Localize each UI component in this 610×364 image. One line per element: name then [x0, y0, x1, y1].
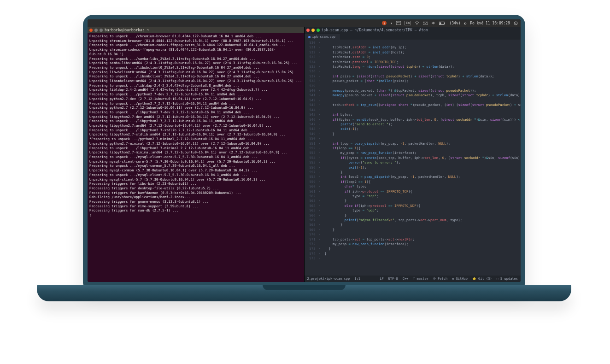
close-icon[interactable]: [89, 29, 93, 32]
git-icon: ⭐: [472, 277, 478, 281]
editor-window: ipk-scan.cpp — ~/Dokumenty/4.semester/IP…: [305, 27, 521, 282]
volume-icon[interactable]: [431, 21, 435, 25]
laptop-hinge-notch: [263, 285, 346, 290]
svg-rect-1: [397, 22, 398, 23]
svg-rect-0: [396, 21, 401, 25]
maximize-icon[interactable]: [100, 29, 103, 32]
status-path[interactable]: 2.projekt/ipk-scan.cpp: [307, 277, 350, 281]
status-fetch[interactable]: ⟳ Fetch: [433, 277, 447, 281]
keyboard-icon[interactable]: [396, 21, 401, 25]
svg-rect-8: [440, 22, 441, 24]
code-area[interactable]: 530 531 532 533 534 535 536 537 538 539 …: [305, 40, 521, 276]
dropdown-icon[interactable]: ▾: [390, 21, 393, 25]
tab-label: ipk-scan.cpp: [312, 35, 336, 39]
status-github[interactable]: ◉ GitHub: [452, 277, 468, 281]
maximize-icon[interactable]: [317, 29, 320, 32]
laptop-base: [37, 285, 571, 301]
top-statusbar: 1 ▾ En (34%) ◐ Po kvě 11 16:09:29: [88, 19, 521, 27]
indicator-badge-icon[interactable]: 1: [382, 21, 387, 25]
editor-titlebar[interactable]: ipk-scan.cpp — ~/Dokumenty/4.semester/IP…: [305, 27, 521, 33]
desktop-screen: 1 ▾ En (34%) ◐ Po kvě 11 16:09:29: [88, 19, 521, 282]
status-language[interactable]: C++: [403, 277, 409, 281]
status-branch[interactable]: ᛘ master: [413, 277, 428, 281]
svg-point-4: [417, 24, 418, 25]
svg-rect-7: [444, 23, 445, 24]
status-encoding[interactable]: UTF-8: [388, 277, 398, 281]
laptop-frame: 1 ▾ En (34%) ◐ Po kvě 11 16:09:29: [83, 15, 525, 287]
wifi-icon[interactable]: [415, 21, 419, 25]
terminal-titlebar[interactable]: barborka@barborka: ~: [88, 27, 304, 33]
terminal-body[interactable]: Preparing to unpack .../chromium-browser…: [88, 33, 304, 282]
minimize-icon[interactable]: [94, 29, 98, 32]
close-icon[interactable]: [306, 29, 310, 32]
line-number-gutter: 530 531 532 533 534 535 536 537 538 539 …: [305, 40, 318, 276]
modified-dot-icon: [308, 36, 311, 38]
fold-column[interactable]: · · · · · · · · · · · · · · · · · · · · …: [318, 40, 324, 276]
package-icon: ⬚: [497, 277, 500, 281]
status-cursor-pos[interactable]: 1:1: [354, 277, 360, 281]
mail-icon[interactable]: [423, 22, 428, 25]
tab-file[interactable]: ipk-scan.cpp: [305, 34, 340, 40]
brightness-icon[interactable]: ◐: [464, 21, 466, 25]
status-git[interactable]: ⭐ Git (3): [472, 277, 492, 281]
svg-rect-2: [398, 22, 399, 23]
editor-title: ipk-scan.cpp — ~/Dokumenty/4.semester/IP…: [322, 28, 428, 32]
status-line-ending[interactable]: LF: [380, 277, 383, 281]
gear-icon[interactable]: [514, 21, 518, 25]
battery-icon[interactable]: [439, 22, 446, 25]
battery-text: (34%): [449, 21, 460, 25]
language-indicator[interactable]: En: [405, 21, 411, 25]
tab-bar: ipk-scan.cpp: [305, 33, 521, 40]
minimize-icon[interactable]: [311, 29, 315, 32]
svg-rect-3: [399, 22, 399, 23]
github-icon: ◉: [452, 277, 456, 281]
editor-statusbar: 2.projekt/ipk-scan.cpp 1:1 LF UTF-8 C++ …: [305, 276, 521, 282]
clock-text[interactable]: Po kvě 11 16:09:29: [470, 21, 510, 25]
status-updates[interactable]: ⬚ 5 updates: [497, 277, 518, 281]
branch-icon: ᛘ: [413, 277, 416, 281]
terminal-title: barborka@barborka: ~: [105, 28, 149, 32]
svg-point-10: [516, 23, 516, 23]
sync-icon: ⟳: [433, 277, 438, 281]
code-content[interactable]: tcpPacket.srcAddr = inet_addr(my_ip); tc…: [324, 40, 521, 276]
terminal-window: barborka@barborka: ~ Preparing to unpack…: [88, 27, 305, 282]
